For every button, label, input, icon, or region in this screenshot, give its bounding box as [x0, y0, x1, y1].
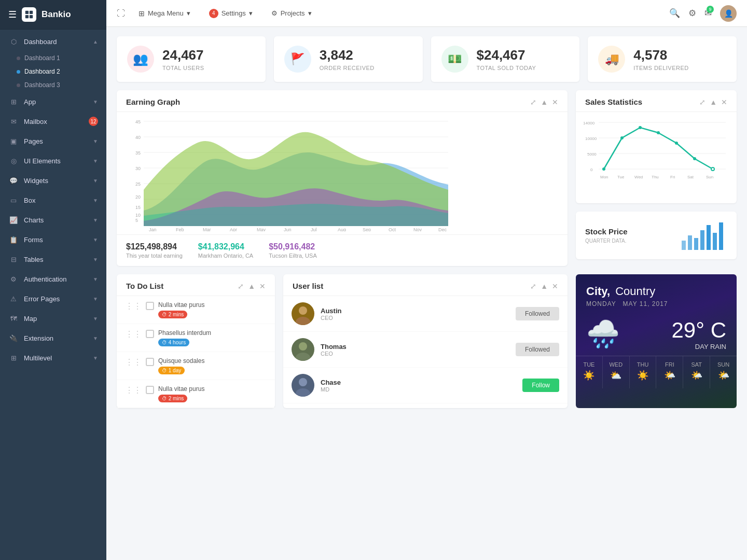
sidebar-sub-label: Dashboard 2	[24, 68, 60, 75]
sidebar-item-ui-elements[interactable]: ◎ UI Elements ▼	[0, 151, 106, 171]
stock-chart	[681, 220, 727, 251]
drag-handle-icon[interactable]: ⋮⋮	[125, 357, 142, 367]
sidebar-item-dashboard1[interactable]: Dashboard 1	[17, 51, 106, 65]
settings-button[interactable]: 4 Settings ▾	[204, 7, 258, 20]
topbar: ⛶ ⊞ Mega Menu ▾ 4 Settings ▾ ⚙ Projects …	[106, 0, 747, 27]
bottom-row: To Do List ⤢ ▲ ✕ ⋮⋮ Nulla vitae purus	[117, 274, 737, 408]
stock-chart-svg	[681, 220, 727, 251]
expand-icon[interactable]: ⤢	[238, 282, 244, 290]
app-logo	[22, 7, 36, 22]
followed-button[interactable]: Followed	[516, 307, 559, 320]
drag-handle-icon[interactable]: ⋮⋮	[125, 385, 142, 395]
svg-text:Sun: Sun	[706, 175, 713, 179]
collapse-icon[interactable]: ▲	[541, 282, 548, 290]
mega-menu-label: Mega Menu	[148, 9, 184, 17]
hamburger-icon[interactable]: ☰	[8, 9, 17, 20]
stat-info: 24,467 TOTAL USERS	[162, 47, 204, 71]
expand-icon[interactable]: ⤢	[530, 98, 536, 106]
chevron-down-icon: ▼	[93, 178, 98, 184]
user-info: Austin CEO	[321, 307, 509, 321]
svg-point-45	[693, 157, 696, 160]
sidebar-item-label: Widgets	[24, 177, 88, 185]
sidebar-item-error-pages[interactable]: ⚠ Error Pages ▼	[0, 289, 106, 309]
followed-button[interactable]: Followed	[516, 343, 559, 356]
multilevel-icon: ⊞	[8, 353, 19, 363]
sidebar-sub-label: Dashboard 1	[24, 54, 60, 62]
partcloud-icon: 🌤️	[685, 370, 708, 381]
sidebar-item-mailbox[interactable]: ✉ Mailbox 12	[0, 111, 106, 131]
todo-label: Nulla vitae purus	[158, 385, 204, 393]
truck-icon: 🚚	[598, 46, 625, 73]
sidebar-item-app[interactable]: ⊞ App ▼	[0, 92, 106, 111]
sidebar-item-charts[interactable]: 📈 Charts ▼	[0, 210, 106, 230]
close-icon[interactable]: ✕	[259, 282, 266, 290]
sidebar-item-label: Box	[24, 197, 88, 204]
user-name: Thomas	[321, 343, 509, 351]
stock-price-panel: Stock Price QUARTER DATA.	[576, 212, 737, 259]
svg-text:Wed: Wed	[634, 175, 643, 179]
todo-checkbox[interactable]	[146, 358, 154, 366]
sidebar-item-widgets[interactable]: 💬 Widgets ▼	[0, 171, 106, 190]
mail-icon[interactable]: ✉ 9	[704, 8, 712, 19]
sidebar-item-pages[interactable]: ▣ Pages ▼	[0, 131, 106, 151]
user-list-panel: User list ⤢ ▲ ✕ Austin	[283, 274, 568, 408]
sidebar-item-map[interactable]: 🗺 Map ▼	[0, 309, 106, 328]
sidebar-item-dashboard2[interactable]: Dashboard 2	[17, 65, 106, 78]
collapse-icon[interactable]: ▲	[710, 98, 717, 106]
stat-cards-row: 👥 24,467 TOTAL USERS 🚩 3,842 ORDER RECEI…	[117, 36, 737, 82]
sidebar-item-dashboard3[interactable]: Dashboard 3	[17, 78, 106, 92]
sidebar-item-dashboard[interactable]: ⬡ Dashboard ▲	[0, 32, 106, 51]
drag-handle-icon[interactable]: ⋮⋮	[125, 301, 142, 311]
todo-checkbox[interactable]	[146, 302, 154, 310]
stat-card-delivered: 🚚 4,578 ITEMS DELIVERED	[588, 36, 737, 82]
sidebar-item-extension[interactable]: 🔌 Extension ▼	[0, 328, 106, 348]
sidebar-item-box[interactable]: ▭ Box ▼	[0, 190, 106, 210]
mega-menu-button[interactable]: ⊞ Mega Menu ▾	[133, 7, 196, 20]
mail-icon: ✉	[8, 116, 19, 127]
forecast-sun: SUN 🌤️	[710, 356, 737, 388]
projects-button[interactable]: ⚙ Projects ▾	[266, 7, 317, 19]
panel-controls: ⤢ ▲ ✕	[530, 282, 558, 290]
close-icon[interactable]: ✕	[552, 98, 558, 106]
pages-icon: ▣	[8, 136, 19, 146]
close-icon[interactable]: ✕	[552, 282, 558, 290]
sidebar-item-authentication[interactable]: ⚙ Authentication ▼	[0, 269, 106, 289]
stat-card-users: 👥 24,467 TOTAL USERS	[117, 36, 266, 82]
sidebar-item-tables[interactable]: ⊟ Tables ▼	[0, 249, 106, 269]
gear-icon[interactable]: ⚙	[688, 8, 696, 19]
svg-rect-58	[707, 225, 711, 250]
svg-text:Mar: Mar	[203, 227, 211, 231]
expand-icon[interactable]: ⤢	[530, 282, 536, 290]
sidebar-item-label: Tables	[24, 256, 88, 263]
follow-button[interactable]: Follow	[522, 379, 559, 392]
main-area: ⛶ ⊞ Mega Menu ▾ 4 Settings ▾ ⚙ Projects …	[106, 0, 747, 560]
svg-point-44	[675, 142, 678, 145]
expand-icon[interactable]: ⤢	[699, 98, 706, 106]
sidebar-item-label: UI Elements	[24, 157, 88, 165]
collapse-icon[interactable]: ▲	[248, 282, 255, 290]
expand-icon[interactable]: ⛶	[117, 9, 125, 18]
todo-checkbox[interactable]	[146, 386, 154, 394]
svg-text:Mon: Mon	[600, 175, 608, 179]
svg-text:5000: 5000	[587, 152, 597, 157]
sidebar-item-forms[interactable]: 📋 Forms ▼	[0, 230, 106, 249]
stat-label: TOTAL USERS	[162, 65, 204, 71]
panel-title: Sales Statistics	[585, 97, 699, 106]
todo-checkbox[interactable]	[146, 330, 154, 338]
collapse-icon[interactable]: ▲	[541, 98, 548, 106]
forecast-tue: TUE ☀️	[576, 356, 603, 388]
box-icon: ▭	[8, 195, 19, 205]
chevron-down-icon: ▼	[93, 138, 98, 144]
sidebar-item-label: Authentication	[24, 275, 88, 283]
drag-handle-icon[interactable]: ⋮⋮	[125, 329, 142, 339]
svg-rect-0	[25, 11, 29, 14]
close-icon[interactable]: ✕	[721, 98, 727, 106]
svg-rect-54	[682, 241, 686, 250]
markham-value: $41,832,964	[198, 242, 253, 251]
user-avatar[interactable]: 👤	[720, 5, 737, 22]
sidebar-item-multilevel[interactable]: ⊞ Multilevel ▼	[0, 348, 106, 368]
list-item: ⋮⋮ Quisque sodales ⏱ 1 day	[117, 352, 275, 380]
sidebar-header: ☰ Bankio	[0, 0, 106, 30]
user-role: CEO	[321, 315, 509, 321]
search-icon[interactable]: 🔍	[669, 8, 680, 19]
